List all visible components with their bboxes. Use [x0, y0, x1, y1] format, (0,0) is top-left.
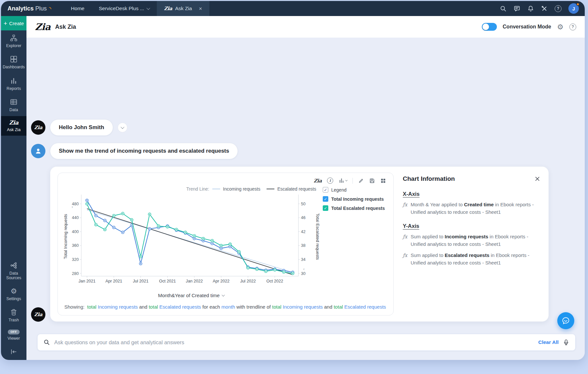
- incoming-point-dot: [220, 248, 221, 249]
- sidebar-item-explorer[interactable]: Explorer: [1, 30, 26, 52]
- sidebar-item-dashboards[interactable]: Dashboards: [1, 52, 26, 73]
- showing-segment: total: [272, 304, 283, 310]
- showing-summary: Showing:total Incoming requests and tota…: [63, 301, 388, 311]
- incoming-trend-swatch: [212, 189, 220, 190]
- main-area: Zia Ask Zia Conversation Mode ⚙ ? Zia He…: [26, 16, 585, 360]
- svg-text:30: 30: [301, 271, 305, 276]
- data-sources-icon: [10, 262, 18, 269]
- zia-logo-icon: Zia: [164, 6, 172, 11]
- incoming-point-dot: [212, 243, 213, 244]
- chevron-down-icon: [121, 125, 124, 129]
- incoming-point-dot: [194, 238, 195, 239]
- incoming-checkbox[interactable]: ✓: [323, 196, 328, 202]
- y-axis-heading: Y-Axis: [403, 223, 419, 229]
- zia-response-row: Zia Zia i: [31, 166, 549, 322]
- sidebar-item-reports[interactable]: Reports: [1, 73, 26, 94]
- user-message-avatar: [31, 144, 45, 158]
- sidebar-item-label: Data Sources: [2, 271, 25, 280]
- sidebar-item-settings[interactable]: ⚙ Settings: [1, 284, 26, 305]
- layout-grid-icon[interactable]: [380, 178, 386, 184]
- legend-toggle[interactable]: ✓ Legend: [323, 187, 388, 193]
- sidebar-item-ask-zia[interactable]: Zia Ask Zia: [1, 116, 26, 136]
- trash-icon: [10, 308, 18, 316]
- axis-collapse-left-icon[interactable]: ›: [72, 205, 73, 209]
- svg-text:34: 34: [301, 257, 305, 262]
- x-axis-label-dropdown[interactable]: Month&Year of Created time: [63, 291, 319, 301]
- expand-greeting-button[interactable]: [118, 123, 127, 132]
- user-avatar[interactable]: J: [568, 3, 579, 14]
- close-icon[interactable]: [535, 176, 540, 181]
- escalated-point-dot: [203, 238, 204, 239]
- legend-item-incoming[interactable]: ✓ Total Incoming requests: [323, 196, 388, 202]
- escalated-checkbox[interactable]: ✓: [323, 205, 328, 211]
- app-window: Analytics Plus Home ServiceDesk Plus ...…: [1, 1, 585, 360]
- zia-avatar: Zia: [31, 307, 45, 322]
- escalated-trend-name: Escalated requests: [277, 186, 316, 192]
- save-icon[interactable]: [369, 178, 375, 184]
- page-header: Zia Ask Zia Conversation Mode ⚙ ?: [26, 16, 585, 38]
- tab-servicedesk-plus[interactable]: ServiceDesk Plus ...: [91, 1, 157, 16]
- showing-segment: month: [221, 304, 235, 310]
- gear-icon[interactable]: ⚙: [557, 23, 564, 31]
- legend-item-escalated[interactable]: ✓ Total Escalated requests: [323, 205, 388, 211]
- sidebar-item-data[interactable]: Data: [1, 94, 26, 116]
- sidebar-collapse-button[interactable]: [1, 344, 26, 360]
- conversation-mode-toggle[interactable]: [482, 23, 497, 31]
- chart-type-icon[interactable]: [338, 178, 347, 184]
- incoming-series-line[interactable]: [87, 200, 293, 272]
- app-logo[interactable]: Analytics Plus: [1, 5, 54, 12]
- zia-logo-icon: Zia: [34, 312, 42, 317]
- legend-checkbox[interactable]: ✓: [323, 187, 328, 193]
- showing-segment: and: [138, 304, 149, 310]
- escalated-point-dot: [212, 240, 213, 241]
- grid-glyph: [380, 178, 386, 184]
- chart-panel: Zia i: [57, 173, 394, 315]
- legend-item-label: Total Escalated requests: [331, 206, 385, 211]
- incoming-point-dot: [203, 240, 204, 241]
- sidebar-item-label: Ask Zia: [7, 128, 21, 132]
- ask-input-container: Clear All: [26, 330, 585, 360]
- svg-text:Total Escalated requests: Total Escalated requests: [315, 213, 319, 260]
- escalated-point-dot: [265, 271, 266, 272]
- search-icon[interactable]: [500, 5, 507, 12]
- svg-text:46: 46: [301, 215, 305, 220]
- tab-home[interactable]: Home: [64, 1, 91, 16]
- escalated-point-dot: [122, 213, 123, 214]
- trend-line-chart[interactable]: 280320360400440480303438424650Jan 2021Ap…: [63, 193, 319, 291]
- sidebar-item-trash[interactable]: Trash: [1, 305, 26, 326]
- help-icon[interactable]: ?: [555, 5, 562, 12]
- chevron-down-icon: [146, 6, 150, 10]
- showing-segment: Escalated requests: [344, 304, 386, 310]
- showing-segment: with trendline of: [235, 304, 272, 310]
- tab-close-icon[interactable]: ×: [199, 6, 202, 11]
- sidebar-item-viewer[interactable]: OFF Viewer: [1, 326, 26, 344]
- clear-all-link[interactable]: Clear All: [538, 339, 559, 345]
- zia-insights-icon[interactable]: Zia: [314, 178, 322, 184]
- svg-text:Total Incoming requests: Total Incoming requests: [63, 214, 68, 259]
- chart-information-panel: Chart Information X-Axis ƒx Month & Year…: [401, 173, 541, 315]
- create-button[interactable]: + Create: [1, 16, 26, 30]
- escalated-point-dot: [149, 214, 150, 215]
- tab-ask-zia[interactable]: Zia Ask Zia ×: [157, 1, 209, 16]
- feedback-icon[interactable]: [514, 5, 520, 12]
- collapse-left-icon: [10, 348, 17, 355]
- microphone-icon[interactable]: [563, 339, 569, 346]
- zia-chat-fab[interactable]: [557, 312, 574, 329]
- info-icon[interactable]: i: [327, 178, 333, 184]
- trendline-legend: Trend Line: Incoming requests Escalated …: [63, 186, 319, 193]
- escalated-point-dot: [95, 224, 96, 225]
- chart-toolbar: Zia i: [63, 176, 388, 186]
- showing-segment: Escalated requests: [159, 304, 201, 310]
- tools-icon[interactable]: [541, 5, 548, 12]
- svg-text:42: 42: [301, 230, 305, 234]
- sidebar-item-data-sources[interactable]: Data Sources: [1, 258, 26, 284]
- edit-pencil-icon[interactable]: [358, 178, 364, 184]
- showing-segment: and: [323, 304, 334, 310]
- zia-logo-icon: Zia: [9, 120, 18, 126]
- toggle-knob: [482, 24, 489, 30]
- logo-spark-icon: [47, 6, 52, 11]
- notifications-bell-icon[interactable]: [527, 5, 534, 12]
- ask-question-input[interactable]: [54, 339, 534, 346]
- axis-collapse-right-icon[interactable]: ‹: [303, 267, 304, 271]
- help-icon[interactable]: ?: [569, 24, 576, 30]
